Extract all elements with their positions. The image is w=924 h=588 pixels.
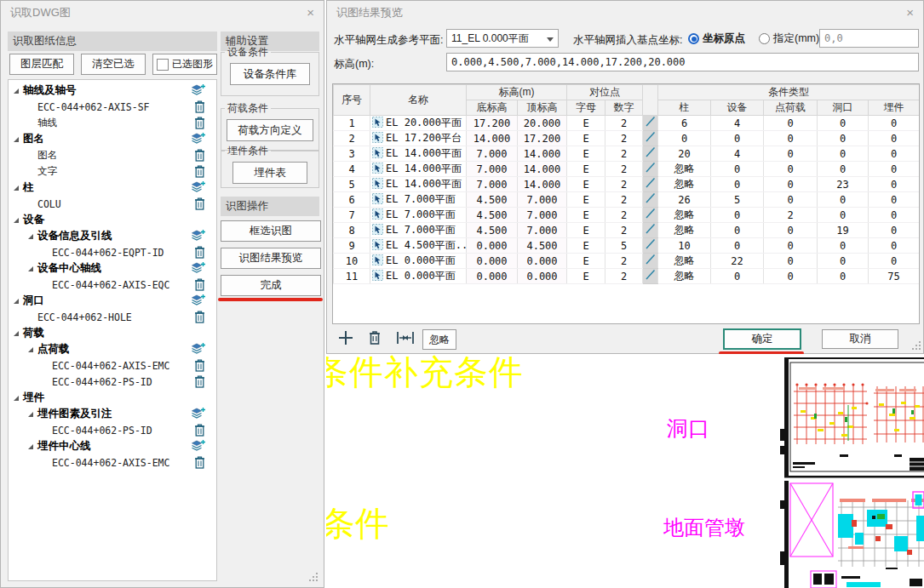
edit-slash-icon[interactable] <box>645 162 657 174</box>
edit-slash-icon[interactable] <box>645 192 657 204</box>
trash-icon[interactable] <box>194 100 205 113</box>
embed-table-button[interactable]: 埋件表 <box>232 162 307 184</box>
tree-item[interactable]: 设备信息及引线 <box>9 228 216 244</box>
selected-shapes-checkbox[interactable]: 已选图形 <box>152 54 217 75</box>
cell-edit[interactable] <box>643 223 658 238</box>
layers-add-icon[interactable] <box>191 181 205 194</box>
trash-icon[interactable] <box>194 278 205 291</box>
cancel-button[interactable]: 取消 <box>822 329 898 349</box>
expander-icon[interactable] <box>28 266 33 271</box>
trash-icon[interactable] <box>194 246 205 259</box>
edit-slash-icon[interactable] <box>645 223 657 235</box>
merge-rows-icon[interactable] <box>395 329 416 346</box>
table-row[interactable]: 10 EL 0.000平面 0.000 0.000 E 2 忽略 22 0 0 … <box>334 254 920 269</box>
pick-plane-icon[interactable] <box>372 147 383 158</box>
left-dialog-resize-grip[interactable] <box>309 573 318 581</box>
table-row[interactable]: 6 EL 7.000平面 4.500 7.000 E 2 26 5 0 0 0 <box>334 192 920 208</box>
layer-match-button[interactable]: 图层匹配 <box>9 54 74 75</box>
pick-plane-icon[interactable] <box>372 224 383 235</box>
tree-item[interactable]: 设备 <box>9 212 216 228</box>
tree-item[interactable]: 荷载 <box>9 325 216 341</box>
tree-item[interactable]: 柱 <box>9 180 216 196</box>
edit-slash-icon[interactable] <box>645 177 657 189</box>
tree-item[interactable]: 图名 <box>9 147 216 163</box>
edit-slash-icon[interactable] <box>645 238 657 250</box>
cell-edit[interactable] <box>643 131 658 146</box>
trash-icon[interactable] <box>194 456 205 469</box>
edit-slash-icon[interactable] <box>645 131 657 143</box>
ref-plane-select[interactable]: 11_EL 0.000平面 <box>446 29 559 48</box>
trash-icon[interactable] <box>194 424 205 437</box>
tree-item[interactable]: 图名 <box>9 131 216 147</box>
layers-add-icon[interactable] <box>191 84 205 97</box>
origin-radio[interactable]: 坐标原点 <box>688 31 745 46</box>
trash-icon[interactable] <box>194 165 205 178</box>
elevation-input[interactable] <box>446 53 919 71</box>
expander-icon[interactable] <box>14 299 19 304</box>
trash-icon[interactable] <box>194 375 205 388</box>
pick-plane-icon[interactable] <box>372 254 383 265</box>
table-row[interactable]: 8 EL 7.000平面 4.500 7.000 E 2 忽略 0 0 19 0 <box>334 223 920 238</box>
tree-item[interactable]: 埋件图素及引注 <box>9 406 216 422</box>
layers-add-icon[interactable] <box>191 230 205 243</box>
pick-plane-icon[interactable] <box>372 163 383 174</box>
expander-icon[interactable] <box>14 331 19 336</box>
table-row[interactable]: 1 EL 20.000平面 17.200 20.000 E 2 6 4 0 0 … <box>334 116 920 131</box>
table-row[interactable]: 5 EL 14.000平面 7.000 14.000 E 2 忽略 0 0 23… <box>334 177 920 192</box>
layers-add-icon[interactable] <box>191 262 205 275</box>
preview-dialog-titlebar[interactable]: 识图结果预览 × <box>327 1 923 24</box>
edit-slash-icon[interactable] <box>645 269 657 281</box>
load-direction-define-button[interactable]: 荷载方向定义 <box>227 119 313 141</box>
trash-icon[interactable] <box>194 311 205 323</box>
trash-icon[interactable] <box>194 149 205 162</box>
cell-edit[interactable] <box>643 177 658 192</box>
specify-radio[interactable]: 指定(mm): <box>759 31 823 46</box>
layers-add-icon[interactable] <box>191 408 205 420</box>
expander-icon[interactable] <box>14 137 19 142</box>
layers-add-icon[interactable] <box>191 294 205 307</box>
tree-item[interactable]: ECC-044+062-PS-ID <box>9 374 216 390</box>
tree-item[interactable]: ECC-044+062-AXIS-SF <box>9 99 216 115</box>
layers-add-icon[interactable] <box>191 343 205 356</box>
ignore-button[interactable]: 忽略 <box>422 329 456 350</box>
cell-edit[interactable] <box>643 208 658 223</box>
table-row[interactable]: 4 EL 14.000平面 7.000 14.000 E 2 忽略 0 0 0 … <box>334 162 920 177</box>
finish-button[interactable]: 完成 <box>221 275 321 296</box>
expander-icon[interactable] <box>14 218 19 223</box>
checkbox-icon[interactable] <box>157 59 169 71</box>
layers-add-icon[interactable] <box>191 133 205 146</box>
tree-item[interactable]: COLU <box>9 196 216 212</box>
device-condition-library-button[interactable]: 设备条件库 <box>230 63 310 85</box>
tree-item[interactable]: 轴线及轴号 <box>9 83 216 99</box>
trash-icon[interactable] <box>194 197 205 210</box>
expander-icon[interactable] <box>28 444 33 449</box>
edit-slash-icon[interactable] <box>645 116 657 128</box>
table-row[interactable]: 9 EL 4.500平面... 0.000 4.500 E 5 10 0 0 0… <box>334 238 920 254</box>
cad-viewport[interactable]: 条件补充条件 洞口 条件 地面管墩 <box>326 354 924 588</box>
close-icon[interactable]: × <box>906 6 914 19</box>
table-row[interactable]: 7 EL 7.000平面 4.500 7.000 E 2 忽略 0 2 0 0 <box>334 208 920 223</box>
cell-edit[interactable] <box>643 254 658 269</box>
cell-edit[interactable] <box>643 192 658 208</box>
pick-plane-icon[interactable] <box>372 193 383 204</box>
table-row[interactable]: 3 EL 14.000平面 7.000 14.000 E 2 20 4 0 0 … <box>334 146 920 162</box>
cell-edit[interactable] <box>643 238 658 254</box>
tree-item[interactable]: 设备中心轴线 <box>9 260 216 277</box>
delete-row-icon[interactable] <box>366 329 383 346</box>
pick-plane-icon[interactable] <box>372 208 383 220</box>
expander-icon[interactable] <box>28 347 33 352</box>
clear-selected-button[interactable]: 清空已选 <box>81 54 146 75</box>
tree-item[interactable]: 洞口 <box>9 293 216 309</box>
edit-slash-icon[interactable] <box>645 254 657 265</box>
tree-item[interactable]: ECC-044+062-AXIS-EMC <box>9 454 216 471</box>
radio-checked-icon[interactable] <box>688 33 699 44</box>
cell-edit[interactable] <box>643 116 658 131</box>
tree-item[interactable]: ECC-044+062-HOLE <box>9 309 216 325</box>
ok-button[interactable]: 确定 <box>723 328 801 350</box>
pick-plane-icon[interactable] <box>372 178 383 189</box>
radio-unchecked-icon[interactable] <box>759 33 770 44</box>
add-row-icon[interactable] <box>337 329 354 346</box>
edit-slash-icon[interactable] <box>645 146 657 158</box>
tree-item[interactable]: ECC-044+062-PS-ID <box>9 422 216 438</box>
table-row[interactable]: 11 EL 0.000平面 0.000 0.000 E 2 忽略 0 0 0 7… <box>334 269 920 284</box>
